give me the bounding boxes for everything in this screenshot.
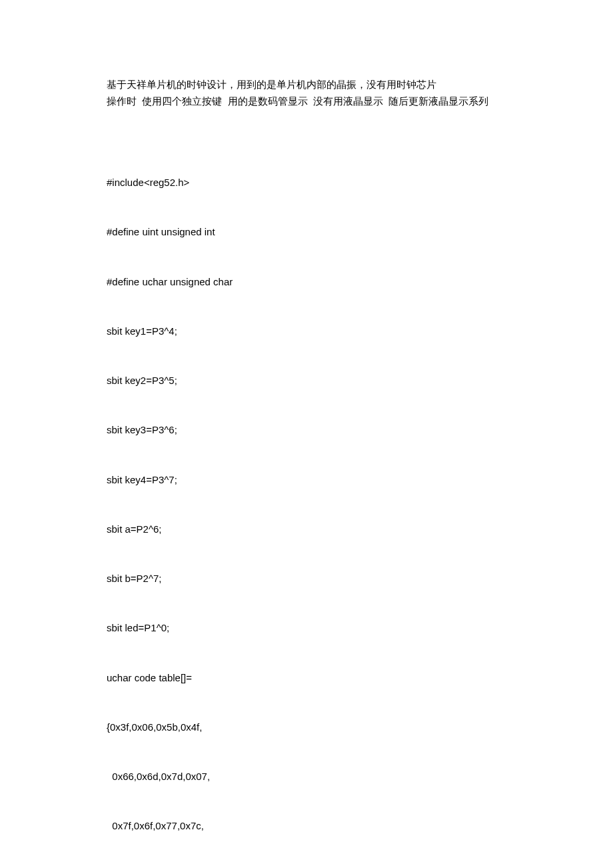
description-line-2: 操作时 使用四个独立按键 用的是数码管显示 没有用液晶显示 随后更新液晶显示系列: [107, 93, 506, 110]
document-page: 基于天祥单片机的时钟设计，用到的是单片机内部的晶振，没有用时钟芯片 操作时 使用…: [0, 0, 613, 868]
code-line: sbit a=P2^6;: [107, 521, 506, 538]
code-line: sbit key2=P3^5;: [107, 373, 506, 389]
code-block: #include<reg52.h> #define uint unsigned …: [107, 142, 506, 869]
code-line: #define uint unsigned int: [107, 224, 506, 241]
code-line: sbit led=P1^0;: [107, 620, 506, 637]
code-line: sbit key1=P3^4;: [107, 323, 506, 340]
code-line: #define uchar unsigned char: [107, 274, 506, 291]
code-line: sbit key4=P3^7;: [107, 472, 506, 489]
code-line: #include<reg52.h>: [107, 175, 506, 191]
code-line: sbit key3=P3^6;: [107, 422, 506, 439]
description-line-1: 基于天祥单片机的时钟设计，用到的是单片机内部的晶振，没有用时钟芯片: [107, 77, 506, 93]
description-block: 基于天祥单片机的时钟设计，用到的是单片机内部的晶振，没有用时钟芯片 操作时 使用…: [107, 77, 506, 110]
code-line: sbit b=P2^7;: [107, 571, 506, 587]
code-line: uchar code table[]=: [107, 670, 506, 687]
code-line: 0x7f,0x6f,0x77,0x7c,: [107, 818, 506, 835]
code-line: {0x3f,0x06,0x5b,0x4f,: [107, 719, 506, 736]
code-line: 0x66,0x6d,0x7d,0x07,: [107, 769, 506, 785]
